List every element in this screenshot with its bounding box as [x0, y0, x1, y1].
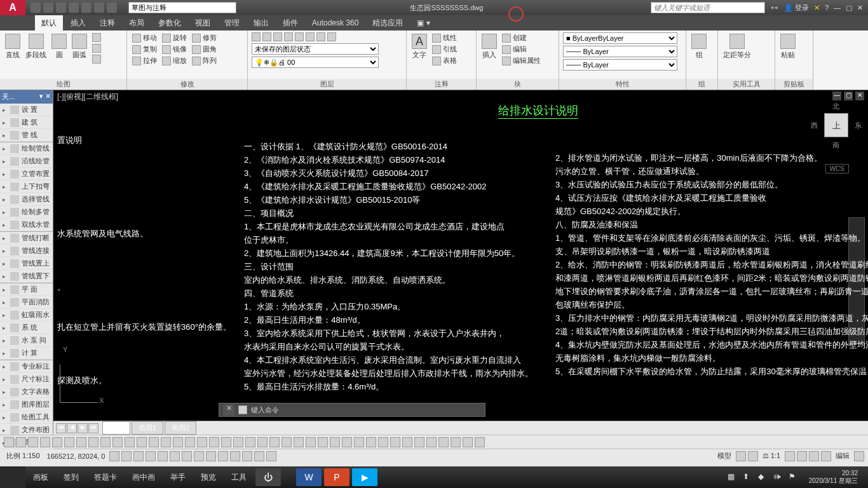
table-button[interactable]: 表格 — [431, 55, 458, 66]
toolbar-icon[interactable] — [378, 437, 388, 447]
toolbar-icon[interactable] — [149, 437, 159, 447]
power-icon[interactable]: ⏻ — [255, 468, 281, 486]
view-label[interactable]: [-][俯视][二维线框] — [57, 92, 118, 102]
toolbar-icon[interactable] — [40, 437, 50, 447]
model-space-button[interactable]: 模型 — [715, 451, 734, 461]
tray-icon-1[interactable]: ▦ — [728, 472, 738, 482]
exchange-icon[interactable]: ✕ — [814, 4, 820, 12]
tab-prev-icon[interactable]: ◀ — [67, 423, 77, 433]
taskbar-app-ppt[interactable]: P — [324, 468, 349, 486]
palette-item[interactable]: ▸文字表格 — [0, 386, 53, 398]
palette-item[interactable]: ▸管线置上 — [0, 257, 53, 270]
linetype-select[interactable]: ─── ByLayer — [563, 46, 677, 57]
toolbar-icon[interactable] — [209, 437, 219, 447]
palette-item[interactable]: ▸计 算 — [0, 347, 53, 360]
taskbar-item[interactable]: 画中画 — [125, 468, 163, 486]
status-toggle-icon[interactable] — [194, 451, 204, 461]
clock[interactable]: 20:32 2020/3/11 星期三 — [804, 470, 863, 485]
help-icon[interactable]: ? — [825, 4, 829, 11]
close-icon[interactable]: ✕ — [857, 4, 863, 12]
workspace-select[interactable] — [128, 2, 236, 13]
view-min-icon[interactable]: — — [832, 92, 841, 100]
tab-first-icon[interactable]: ⏮ — [56, 423, 66, 433]
move-button[interactable]: 移动 — [131, 32, 158, 43]
toolbar-icon[interactable] — [269, 437, 280, 447]
status-toggle-icon[interactable] — [170, 451, 180, 461]
palette-item[interactable]: ▸管 线 — [0, 129, 53, 142]
toolbar-icon[interactable] — [161, 437, 171, 447]
palette-item[interactable]: ▸文件布图 — [0, 424, 53, 437]
tab-autodesk360[interactable]: Autodesk 360 — [306, 16, 365, 30]
palette-item[interactable]: ▸上下扣弯 — [0, 180, 53, 193]
tray-icon-3[interactable]: ◆ — [758, 472, 768, 482]
taskbar-app-word[interactable]: W — [296, 468, 322, 486]
toolbar-icon[interactable] — [342, 437, 352, 447]
qat-print-icon[interactable] — [81, 3, 92, 13]
toolbar-icon[interactable] — [451, 437, 461, 447]
stretch-button[interactable]: 拉伸 — [131, 55, 158, 66]
view-close-icon[interactable]: ✕ — [855, 92, 864, 100]
start-button[interactable] — [0, 466, 25, 488]
create-button[interactable]: 创建 — [501, 32, 542, 43]
leader-button[interactable]: 引线 — [431, 44, 458, 55]
status-toggle-icon[interactable] — [133, 451, 144, 461]
palette-item[interactable]: ▸绘图工具 — [0, 411, 53, 424]
mirror-button[interactable]: 镜像 — [161, 44, 188, 55]
palette-item[interactable]: ▸建 筑 — [0, 116, 53, 129]
toolbar-icon[interactable] — [233, 437, 243, 447]
palette-item[interactable]: ▸管线置下 — [0, 270, 53, 283]
tab-parametric[interactable]: 参数化 — [152, 15, 187, 31]
taskbar-app-media[interactable]: ▶ — [352, 468, 377, 486]
text-button[interactable]: A文字 — [410, 32, 428, 61]
status-toggle-icon[interactable] — [266, 451, 276, 461]
palette-item[interactable]: ▸平 面 — [0, 283, 53, 296]
tab-next-icon[interactable]: ▶ — [78, 423, 88, 433]
toolbar-icon[interactable] — [294, 437, 304, 447]
sb-snap-icon[interactable] — [748, 451, 758, 461]
edit-button[interactable]: 编辑 — [833, 451, 852, 461]
palette-item[interactable]: ▸系 统 — [0, 322, 53, 334]
edit-button[interactable]: 编辑 — [501, 44, 542, 55]
toolbar-icon[interactable] — [4, 437, 14, 447]
sb-a3-icon[interactable] — [809, 451, 819, 461]
status-toggle-icon[interactable] — [109, 451, 119, 461]
toolbar-icon[interactable] — [197, 437, 207, 447]
tab-output[interactable]: 输出 — [247, 15, 275, 31]
toolbar-icon[interactable] — [330, 437, 340, 447]
qat-undo-icon[interactable] — [94, 3, 104, 13]
view-max-icon[interactable]: ▢ — [844, 92, 853, 100]
tab-featured[interactable]: 精选应用 — [366, 15, 409, 31]
taskbar-item[interactable]: 签到 — [56, 468, 86, 486]
cmd-config-icon[interactable] — [238, 405, 247, 414]
editattr-button[interactable]: 编辑属性 — [501, 55, 542, 66]
taskbar-item[interactable]: 举手 — [163, 468, 193, 486]
qat-save-icon[interactable] — [56, 3, 66, 13]
tab-plugins[interactable]: 插件 — [276, 15, 304, 31]
line-button[interactable]: 直线 — [4, 32, 22, 61]
tab-manage[interactable]: 管理 — [218, 15, 246, 31]
draw-ext1[interactable] — [91, 32, 102, 43]
palette-item[interactable]: ▸管线打断 — [0, 232, 53, 245]
sb-a2-icon[interactable] — [797, 451, 807, 461]
app-logo[interactable]: A — [0, 0, 25, 15]
palette-item[interactable]: ▸设 置 — [0, 104, 53, 116]
toolbar-icon[interactable] — [245, 437, 255, 447]
insert-button[interactable]: 插入 — [480, 32, 498, 61]
tab-model[interactable]: 模型 — [102, 421, 130, 435]
tab-default[interactable]: 默认 — [35, 15, 63, 31]
palette-item[interactable]: ▸管线连接 — [0, 245, 53, 257]
palette-item[interactable]: ▸绘制管线 — [0, 142, 53, 155]
lineweight-select[interactable]: ─── ByLayer — [563, 59, 677, 71]
status-toggle-icon[interactable] — [254, 451, 264, 461]
tab-layout[interactable]: 布局 — [123, 15, 151, 31]
linear-button[interactable]: 线性 — [431, 32, 458, 43]
toolbar-icon[interactable] — [366, 437, 376, 447]
toolbar-icon[interactable] — [354, 437, 364, 447]
tab-last-icon[interactable]: ⏭ — [88, 423, 98, 433]
sb-a4-icon[interactable] — [821, 451, 831, 461]
trim-button[interactable]: 修剪 — [191, 32, 218, 43]
toolbar-icon[interactable] — [185, 437, 195, 447]
array-button[interactable]: 阵列 — [191, 55, 218, 66]
palette-item[interactable]: ▸尺寸标注 — [0, 373, 53, 386]
login-button[interactable]: 👤 登录 — [784, 3, 809, 13]
